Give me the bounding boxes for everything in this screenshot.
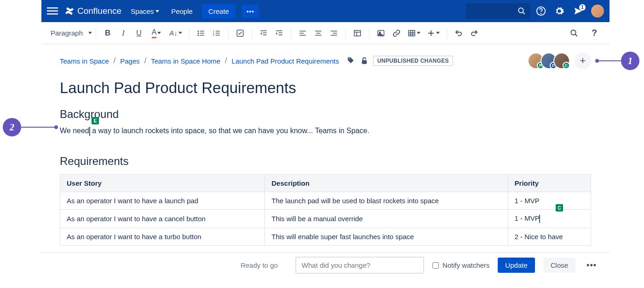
annotation-line bbox=[21, 127, 54, 128]
svg-rect-23 bbox=[276, 30, 282, 31]
more-formatting-button[interactable]: A↓ bbox=[167, 26, 184, 40]
table-header[interactable]: Priority bbox=[508, 175, 591, 192]
nav-spaces[interactable]: Spaces bbox=[128, 6, 162, 17]
collaborators: R E C + bbox=[528, 53, 591, 69]
notifications-icon[interactable]: 1 bbox=[573, 6, 583, 16]
table-header[interactable]: User Story bbox=[60, 175, 265, 192]
page-title[interactable]: Launch Pad Product Requirements bbox=[60, 79, 591, 97]
svg-rect-12 bbox=[200, 35, 204, 35]
nav-more-button[interactable]: ••• bbox=[242, 5, 259, 18]
svg-rect-14 bbox=[216, 30, 220, 31]
version-comment-input[interactable] bbox=[295, 257, 424, 274]
svg-rect-30 bbox=[316, 33, 321, 34]
restrictions-icon[interactable] bbox=[360, 57, 368, 65]
notify-watchers-checkbox[interactable]: Notify watchers bbox=[432, 261, 490, 269]
svg-line-4 bbox=[523, 12, 525, 14]
insert-button[interactable] bbox=[425, 26, 442, 40]
section-heading-requirements[interactable]: Requirements bbox=[60, 155, 591, 168]
svg-rect-1 bbox=[47, 11, 58, 12]
svg-rect-2 bbox=[47, 13, 58, 15]
collaborator-avatar[interactable]: C bbox=[553, 53, 570, 69]
annotation-bubble-2: 2 bbox=[3, 118, 21, 136]
italic-button[interactable]: I bbox=[116, 26, 130, 40]
status-badge: UNPUBLISHED CHANGES bbox=[373, 56, 453, 66]
collab-cursor-flag: C bbox=[556, 204, 563, 212]
settings-icon[interactable] bbox=[554, 6, 564, 16]
confluence-logo[interactable]: Confluence bbox=[64, 6, 121, 16]
global-search[interactable] bbox=[466, 3, 530, 19]
close-button[interactable]: Close bbox=[543, 258, 575, 273]
svg-rect-28 bbox=[299, 35, 306, 35]
svg-point-49 bbox=[349, 58, 350, 59]
svg-line-48 bbox=[575, 34, 577, 36]
background-paragraph[interactable]: E We need a way to launch rockets into s… bbox=[60, 125, 591, 136]
layout-button[interactable] bbox=[351, 26, 364, 40]
breadcrumb-item[interactable]: Teams in Space Home bbox=[151, 57, 220, 65]
breadcrumb-item[interactable]: Pages bbox=[120, 57, 140, 65]
svg-rect-31 bbox=[315, 35, 322, 35]
profile-avatar[interactable] bbox=[591, 5, 604, 18]
help-icon[interactable] bbox=[536, 6, 546, 16]
editor-content[interactable]: Background E We need a way to launch roc… bbox=[41, 97, 610, 278]
svg-text:3: 3 bbox=[213, 34, 214, 36]
svg-rect-40 bbox=[408, 30, 415, 36]
svg-rect-24 bbox=[279, 32, 282, 33]
editor-toolbar: Paragraph B I U A A↓ 123 bbox=[41, 22, 610, 44]
bullet-list-button[interactable] bbox=[194, 26, 208, 40]
editor-help-button[interactable]: ? bbox=[587, 26, 601, 40]
numbered-list-button[interactable]: 123 bbox=[210, 26, 224, 40]
find-replace-button[interactable] bbox=[567, 26, 581, 40]
image-button[interactable] bbox=[374, 26, 388, 40]
table-header-row: User Story Description Priority bbox=[60, 175, 591, 192]
svg-rect-10 bbox=[200, 33, 204, 34]
undo-button[interactable] bbox=[452, 26, 466, 40]
requirements-table[interactable]: User Story Description Priority As an op… bbox=[60, 174, 591, 246]
labels-icon[interactable] bbox=[346, 57, 355, 65]
align-center-button[interactable] bbox=[311, 26, 325, 40]
link-button[interactable] bbox=[390, 26, 403, 40]
breadcrumb-item[interactable]: Launch Pad Product Requirements bbox=[232, 57, 339, 65]
svg-point-11 bbox=[198, 35, 199, 36]
collab-cursor-flag: E bbox=[92, 117, 99, 124]
text-color-button[interactable]: A bbox=[148, 26, 165, 40]
svg-point-47 bbox=[571, 30, 576, 35]
breadcrumb-item[interactable]: Teams in Space bbox=[60, 57, 109, 65]
align-left-button[interactable] bbox=[296, 26, 310, 40]
underline-button[interactable]: U bbox=[132, 26, 146, 40]
add-collaborator-button[interactable]: + bbox=[575, 53, 591, 69]
svg-rect-33 bbox=[333, 33, 337, 34]
notification-count: 1 bbox=[579, 4, 586, 11]
svg-rect-32 bbox=[331, 30, 337, 31]
global-nav: Confluence Spaces People Create ••• bbox=[41, 0, 610, 22]
table-row[interactable]: As an operator I want to have a launch p… bbox=[60, 192, 591, 210]
svg-rect-18 bbox=[216, 35, 220, 35]
svg-rect-34 bbox=[331, 35, 337, 35]
annotation-line bbox=[599, 60, 621, 61]
svg-rect-25 bbox=[279, 35, 282, 35]
section-heading-background[interactable]: Background bbox=[60, 108, 591, 121]
text-style-select[interactable]: Paragraph bbox=[48, 27, 95, 39]
table-button[interactable] bbox=[405, 26, 423, 40]
svg-rect-35 bbox=[354, 30, 361, 36]
indent-button[interactable] bbox=[272, 26, 286, 40]
footer-more-button[interactable]: ••• bbox=[584, 259, 599, 272]
save-status-text: Ready to go bbox=[241, 261, 278, 269]
svg-point-7 bbox=[198, 30, 199, 32]
svg-rect-50 bbox=[362, 60, 367, 64]
outdent-button[interactable] bbox=[257, 26, 270, 40]
svg-rect-8 bbox=[200, 30, 204, 31]
create-button[interactable]: Create bbox=[202, 4, 236, 18]
app-switcher-icon[interactable] bbox=[47, 6, 58, 17]
svg-rect-16 bbox=[216, 33, 220, 34]
action-item-button[interactable] bbox=[233, 26, 247, 40]
align-right-button[interactable] bbox=[327, 26, 341, 40]
collab-cursor bbox=[539, 215, 540, 223]
svg-point-6 bbox=[541, 13, 541, 14]
redo-button[interactable] bbox=[467, 26, 481, 40]
nav-people[interactable]: People bbox=[168, 6, 196, 17]
table-header[interactable]: Description bbox=[265, 175, 508, 192]
table-row[interactable]: As an operator I want to have a turbo bu… bbox=[60, 228, 591, 246]
table-row[interactable]: As an operator I want to have a cancel b… bbox=[60, 210, 591, 228]
bold-button[interactable]: B bbox=[101, 26, 115, 40]
update-button[interactable]: Update bbox=[498, 258, 535, 273]
